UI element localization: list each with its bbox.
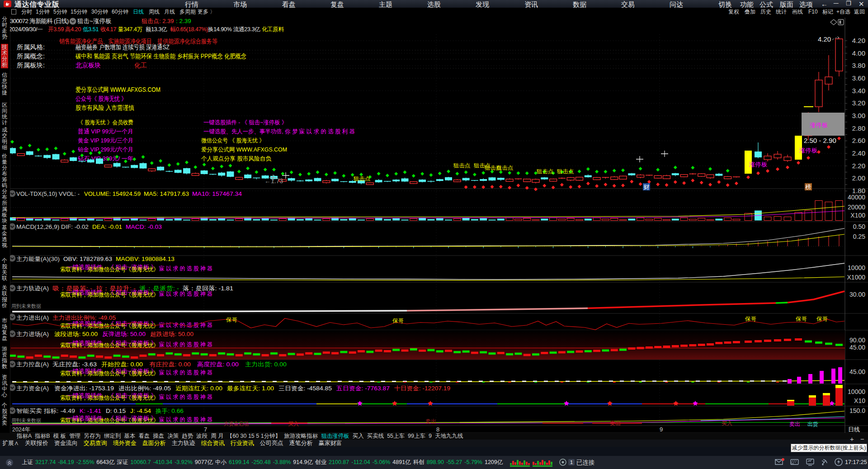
svg-text:1: 1 xyxy=(570,460,573,465)
svg-text:保哥: 保哥 xyxy=(745,316,756,322)
svg-text:MA5: 147917.63: MA5: 147917.63 xyxy=(144,190,189,197)
svg-text:2.20: 2.20 xyxy=(852,162,865,170)
svg-text:所属风格:: 所属风格: xyxy=(17,43,45,51)
svg-text:狙击点: 狙击点 xyxy=(557,168,574,175)
svg-text:45.00: 45.00 xyxy=(849,344,865,351)
svg-text:五日资金: -7763.87: 五日资金: -7763.87 xyxy=(336,385,390,392)
svg-text:索取资料，添加微信公众号《股海无忧》: 索取资料，添加微信公众号《股海无忧》 xyxy=(60,266,159,273)
svg-text:4.20: 4.20 xyxy=(818,35,831,43)
svg-text:一键选股、先人一步、事半功倍, 你 梦 寐 以 求 的 选: 一键选股、先人一步、事半功倍, 你 梦 寐 以 求 的 选 股 利 器 xyxy=(203,128,355,135)
svg-text:保哥: 保哥 xyxy=(796,316,807,322)
svg-text:卖出: 卖出 xyxy=(425,418,436,425)
svg-text:3.60: 3.60 xyxy=(852,74,865,82)
svg-text:铂金 VIP 299元/六个月: 铂金 VIP 299元/六个月 xyxy=(78,146,133,153)
svg-text:无庄控盘: -3.63: 无庄控盘: -3.63 xyxy=(52,361,97,368)
svg-text:3.20: 3.20 xyxy=(852,99,865,107)
svg-text:4.20: 4.20 xyxy=(852,37,865,44)
svg-text:大资金启动: 大资金启动 xyxy=(224,421,249,427)
svg-text:←1.73: ←1.73 xyxy=(264,177,283,185)
svg-text:公众号《 股海无忧 》: 公众号《 股海无忧 》 xyxy=(75,95,127,102)
svg-text:寐 以 求 的 选 股 神 器: 寐 以 求 的 选 股 神 器 xyxy=(159,369,212,376)
svg-text:10000: 10000 xyxy=(848,388,865,395)
svg-text:主力资金(A): 主力资金(A) xyxy=(16,385,49,392)
svg-text:涨停板: 涨停板 xyxy=(810,122,828,128)
svg-text:90.00: 90.00 xyxy=(849,336,865,344)
svg-text:主力进场(A): 主力进场(A) xyxy=(16,331,49,337)
svg-text:8: 8 xyxy=(436,426,439,433)
svg-text:索取资料，添加微信公众号《股海无忧》: 索取资料，添加微信公众号《股海无忧》 xyxy=(60,370,159,377)
svg-text:K: -1.41: K: -1.41 xyxy=(80,407,101,414)
svg-text:9: 9 xyxy=(660,426,663,433)
svg-text:150.0: 150.0 xyxy=(849,407,865,414)
svg-text:保哥: 保哥 xyxy=(392,317,404,324)
svg-text:2024年: 2024年 xyxy=(12,426,30,433)
svg-text:个人观点分享 股市风险自负: 个人观点分享 股市风险自负 xyxy=(201,155,272,162)
svg-text:10000: 10000 xyxy=(848,264,865,271)
svg-text:寐 以 求 的 选 股 神 器: 寐 以 求 的 选 股 神 器 xyxy=(159,290,212,297)
svg-text:2.80: 2.80 xyxy=(852,124,865,132)
svg-text:MACD(12,26,9) DIF: -0.02: MACD(12,26,9) DIF: -0.02 xyxy=(16,223,89,230)
svg-text:3.80: 3.80 xyxy=(852,62,865,69)
svg-text:一键选股插件 - 《 狙击~涨停板 》: 一键选股插件 - 《 狙击~涨停板 》 xyxy=(66,415,157,422)
svg-text:寐 以 求 的 选 股 神 器: 寐 以 求 的 选 股 神 器 xyxy=(159,265,212,272)
svg-text:爱分享公式网 WWW.AFXGS.COM: 爱分享公式网 WWW.AFXGS.COM xyxy=(75,86,160,93)
svg-text:2.40: 2.40 xyxy=(852,149,865,157)
svg-text:换手: 0.66: 换手: 0.66 xyxy=(155,407,184,414)
svg-text:寐 以 求 的 选 股 神 器: 寐 以 求 的 选 股 神 器 xyxy=(159,393,212,400)
svg-text:普通 VIP 99元/一个月: 普通 VIP 99元/一个月 xyxy=(78,128,133,135)
svg-text:资金净进出: -1753.19: 资金净进出: -1753.19 xyxy=(54,385,114,392)
svg-text:3.40: 3.40 xyxy=(852,87,865,95)
svg-text:所属概念:: 所属概念: xyxy=(17,52,45,60)
svg-text:开始控盘: 0.00: 开始控盘: 0.00 xyxy=(101,361,143,368)
svg-text:40000: 40000 xyxy=(848,194,865,201)
svg-text:用到未来数据: 用到未来数据 xyxy=(11,303,41,309)
svg-text:4.00: 4.00 xyxy=(852,49,865,57)
svg-text:有庄控盘: 0.00: 有庄控盘: 0.00 xyxy=(149,361,191,368)
svg-text:买入: 买入 xyxy=(288,421,299,427)
svg-text:索取资料，添加微信公众号《股海无忧》: 索取资料，添加微信公众号《股海无忧》 xyxy=(60,394,159,401)
svg-text:X100: X100 xyxy=(850,212,865,219)
svg-text:45.00: 45.00 xyxy=(849,368,865,375)
svg-text:狙击点: 狙击点 xyxy=(353,175,370,182)
svg-text:索取资料，添加微信公众号《股海无忧》: 索取资料，添加微信公众号《股海无忧》 xyxy=(60,342,159,349)
svg-text:北京板块: 北京板块 xyxy=(75,62,101,69)
svg-text:出货: 出货 xyxy=(807,421,818,427)
svg-text:寐 以 求 的 选 股 神 器: 寐 以 求 的 选 股 神 器 xyxy=(159,341,212,348)
svg-text:买入: 买入 xyxy=(722,420,732,426)
svg-text:三日资金: -4584.85: 三日资金: -4584.85 xyxy=(278,385,332,392)
svg-text:涨停板: 涨停板 xyxy=(749,161,767,168)
svg-text:卖出: 卖出 xyxy=(610,420,621,426)
svg-text:MAOBV: 1980884.13: MAOBV: 1980884.13 xyxy=(116,256,175,262)
svg-text:X10: X10 xyxy=(854,397,865,404)
svg-text:X1000: X1000 xyxy=(847,274,866,281)
svg-text:OBV: 1782789.63: OBV: 1782789.63 xyxy=(63,256,112,262)
svg-text:VOL-TDX(5,10) VVOL: -: VOL-TDX(5,10) VVOL: - xyxy=(16,190,80,197)
svg-text:索取资料，添加微信公众号《股海无忧》: 索取资料，添加微信公众号《股海无忧》 xyxy=(60,291,159,298)
svg-text:MACD: -0.03: MACD: -0.03 xyxy=(126,223,162,230)
svg-text:波段进场: 50.00: 波段进场: 50.00 xyxy=(54,331,98,337)
svg-text:融资融券 户数增加 连续亏损 深港通SZ: 融资融券 户数增加 连续亏损 深港通SZ xyxy=(75,43,170,51)
svg-text:碳中和 氢能源 页岩气 节能环保 生物质能 乡村振兴 PPP: 碳中和 氢能源 页岩气 节能环保 生物质能 乡村振兴 PPP概念 化肥概念 xyxy=(75,52,246,60)
svg-text:2.50 - 2.90: 2.50 - 2.90 xyxy=(804,137,836,144)
svg-text:J: -4.54: J: -4.54 xyxy=(130,407,151,414)
svg-text:0.50: 0.50 xyxy=(853,223,865,230)
svg-text:《 股海无忧 》会员收费: 《 股海无忧 》会员收费 xyxy=(78,119,133,126)
svg-text:30.00: 30.00 xyxy=(849,291,865,298)
svg-text:涨停板: 涨停板 xyxy=(799,147,817,154)
svg-text:爱分享公式网 WWW.AFXGS.COM: 爱分享公式网 WWW.AFXGS.COM xyxy=(201,146,287,153)
svg-text:保哥: 保哥 xyxy=(226,317,237,323)
svg-text:主力控盘(A): 主力控盘(A) xyxy=(16,361,49,368)
svg-text:寐 以 求 的 选 股 神 器: 寐 以 求 的 选 股 神 器 xyxy=(159,322,212,328)
svg-text:狙击点: 狙击点 xyxy=(496,165,513,171)
svg-text:7: 7 xyxy=(204,426,207,433)
svg-text:主力出货: 0.00: 主力出货: 0.00 xyxy=(245,361,287,368)
svg-text:主力能量(A)(30): 主力能量(A)(30) xyxy=(16,256,60,262)
svg-text:0.25: 0.25 xyxy=(853,233,865,240)
svg-text:日线: 日线 xyxy=(848,426,860,433)
svg-text:2.60: 2.60 xyxy=(852,137,865,144)
svg-text:最多连红天: 1.00: 最多连红天: 1.00 xyxy=(227,385,274,392)
svg-text:化工: 化工 xyxy=(134,62,147,69)
svg-text:2.00: 2.00 xyxy=(852,174,865,182)
svg-text:榜: 榜 xyxy=(805,184,811,190)
svg-text:VOLUME: 154924.59: VOLUME: 154924.59 xyxy=(84,190,141,197)
